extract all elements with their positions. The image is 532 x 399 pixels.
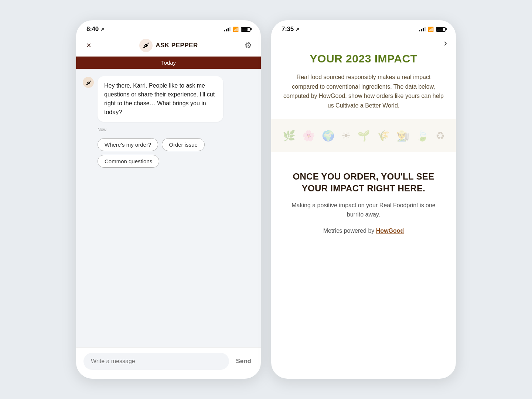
- impact-screen: 7:35 ↗ 📶 ›: [271, 20, 456, 379]
- nature-icon-6: 🌾: [377, 130, 390, 142]
- message-row: 🌶 Hey there, Karri. People like to ask m…: [83, 76, 254, 122]
- chevron-right-icon: ›: [444, 37, 447, 48]
- status-icons-1: 📶: [224, 27, 250, 32]
- nature-icon-8: 🍃: [416, 130, 429, 142]
- message-time: Now: [98, 127, 254, 132]
- location-icon: ↗: [100, 27, 104, 32]
- send-button[interactable]: Send: [233, 356, 253, 366]
- status-icons-2: 📶: [419, 27, 446, 32]
- order-title: ONCE YOU ORDER, YOU'LL SEE YOUR IMPACT R…: [287, 171, 440, 194]
- message-input[interactable]: [83, 353, 229, 370]
- metrics-line: Metrics powered by HowGood: [287, 228, 440, 234]
- status-time-1: 8:40 ↗: [86, 25, 104, 33]
- signal-icon-2: [419, 27, 426, 31]
- chat-area[interactable]: 🌶 Hey there, Karri. People like to ask m…: [76, 69, 261, 347]
- quick-reply-issue[interactable]: Order issue: [162, 138, 205, 151]
- nature-icon-1: 🌿: [283, 130, 296, 142]
- chevron-right-button[interactable]: ›: [444, 37, 447, 49]
- quick-reply-order[interactable]: Where's my order?: [98, 138, 158, 151]
- battery-icon: [241, 27, 250, 32]
- howgood-link[interactable]: HowGood: [376, 228, 404, 234]
- wifi-icon: 📶: [233, 27, 239, 32]
- order-description: Making a positive impact on your Real Fo…: [287, 201, 440, 219]
- app-header: × 🌶 ASK PEPPER ⚙: [76, 35, 261, 57]
- nature-icon-3: 🌍: [322, 130, 335, 142]
- nature-icon-7: 👨‍🌾: [396, 130, 409, 142]
- nature-icon-9: ♻: [436, 130, 445, 142]
- location-icon-2: ↗: [295, 27, 299, 32]
- pepper-logo: 🌶: [139, 39, 153, 52]
- gear-icon: ⚙: [245, 41, 252, 50]
- nature-icon-4: ☀: [341, 130, 351, 142]
- wifi-icon-2: 📶: [428, 27, 434, 32]
- nature-icon-5: 🌱: [357, 130, 370, 142]
- date-divider: Today: [76, 57, 261, 69]
- bot-avatar: 🌶: [83, 77, 94, 88]
- quick-replies: Where's my order? Order issue Common que…: [83, 137, 254, 168]
- order-section: ONCE YOU ORDER, YOU'LL SEE YOUR IMPACT R…: [283, 171, 444, 234]
- message-bubble: Hey there, Karri. People like to ask me …: [98, 76, 223, 122]
- illustration-strip: 🌿 🌸 🌍 ☀ 🌱 🌾 👨‍🌾 🍃 ♻: [271, 119, 456, 152]
- status-bar-2: 7:35 ↗ 📶: [271, 20, 456, 35]
- impact-title: YOUR 2023 IMPACT: [310, 52, 417, 65]
- impact-content[interactable]: YOUR 2023 IMPACT Real food sourced respo…: [271, 52, 456, 379]
- chat-screen: 8:40 ↗ 📶 × 🌶: [76, 20, 261, 379]
- screen2-header: ›: [271, 35, 456, 52]
- quick-reply-common[interactable]: Common questions: [98, 155, 159, 168]
- illustration-icons: 🌿 🌸 🌍 ☀ 🌱 🌾 👨‍🌾 🍃 ♻: [283, 130, 445, 142]
- status-bar-1: 8:40 ↗ 📶: [76, 20, 261, 35]
- header-title: ASK PEPPER: [156, 42, 198, 49]
- settings-button[interactable]: ⚙: [245, 41, 252, 50]
- impact-description: Real food sourced responsibly makes a re…: [283, 72, 444, 110]
- close-button[interactable]: ×: [85, 39, 93, 52]
- battery-icon-2: [436, 27, 446, 32]
- status-time-2: 7:35 ↗: [282, 25, 299, 33]
- header-title-group: 🌶 ASK PEPPER: [139, 39, 198, 52]
- input-bar: Send: [76, 347, 261, 379]
- signal-icon: [224, 27, 231, 31]
- nature-icon-2: 🌸: [302, 130, 315, 142]
